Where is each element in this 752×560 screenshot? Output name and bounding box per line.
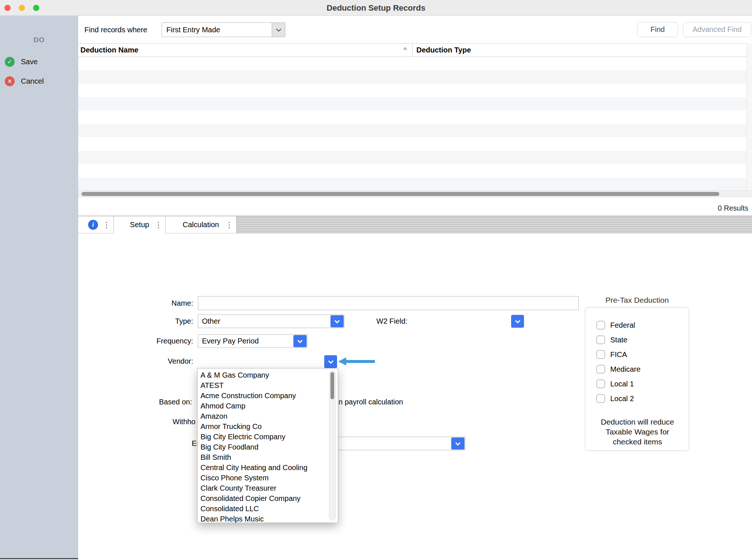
vendor-option[interactable]: Amazon: [198, 411, 338, 421]
pretax-note: Deduction will reduce Taxable Wages for …: [597, 417, 678, 447]
title-bar: Deduction Setup Records: [0, 0, 752, 16]
checkbox-label: Local 1: [610, 380, 634, 388]
vendor-option[interactable]: Consolidated Copier Company: [198, 493, 338, 503]
type-dropdown[interactable]: Other: [198, 314, 344, 328]
horizontal-scrollbar-track[interactable]: [78, 190, 752, 197]
vendor-option[interactable]: Central City Heating and Cooling: [198, 462, 338, 473]
sidebar-divider: [0, 558, 78, 559]
pretax-checkbox-row: Local 2: [596, 391, 686, 406]
tab-bar: i ⋮ Setup ⋮ Calculation ⋮: [78, 216, 752, 233]
frequency-dropdown[interactable]: Every Pay Period: [198, 334, 307, 348]
checkbox-label: FICA: [610, 350, 627, 359]
sidebar-header: DO: [0, 36, 78, 44]
pointer-arrow-icon: [337, 357, 376, 366]
checkbox[interactable]: [596, 350, 605, 359]
vendor-option[interactable]: Bill Smith: [198, 452, 338, 462]
record-info-cell: i ⋮: [78, 216, 114, 233]
pretax-title: Pre-Tax Deduction: [585, 296, 689, 305]
tab-setup[interactable]: Setup ⋮: [114, 216, 166, 233]
employer-dropdown-button[interactable]: [451, 437, 464, 450]
checkbox-label: State: [610, 336, 628, 344]
horizontal-scrollbar-thumb[interactable]: [82, 192, 719, 196]
column-divider: [412, 44, 413, 57]
w2-field-dropdown-button[interactable]: [511, 315, 524, 328]
pretax-checkbox-row: FICA: [596, 347, 686, 362]
vertical-scrollbar-track[interactable]: [746, 43, 752, 191]
info-icon[interactable]: i: [88, 220, 98, 230]
table-row: [78, 70, 752, 84]
drag-handle-icon[interactable]: ⋮: [155, 216, 162, 233]
save-button[interactable]: ✓ Save: [0, 56, 78, 68]
vendor-option[interactable]: Armor Trucking Co: [198, 421, 338, 432]
find-records-where-label: Find records where: [84, 22, 147, 37]
vendor-option[interactable]: Acme Construction Company: [198, 390, 338, 401]
vendor-option[interactable]: Cisco Phone System: [198, 473, 338, 483]
vendor-dropdown-button[interactable]: [324, 355, 337, 368]
frequency-dropdown-button[interactable]: [293, 335, 307, 347]
type-label: Type:: [120, 314, 193, 328]
pretax-checkbox-row: State: [596, 332, 686, 347]
chevron-down-icon: [276, 26, 281, 32]
checkbox-label: Federal: [610, 321, 635, 330]
chevron-down-icon: [335, 318, 340, 323]
vendor-option[interactable]: Clark County Treasurer: [198, 483, 338, 493]
pretax-checkbox-row: Medicare: [596, 362, 686, 377]
cancel-button[interactable]: ✕ Cancel: [0, 76, 78, 87]
find-button[interactable]: Find: [637, 22, 678, 37]
cancel-label: Cancel: [21, 76, 44, 86]
vendor-option[interactable]: Dean Phelps Music: [198, 514, 338, 524]
results-count: 0 Results: [718, 204, 748, 212]
checkbox-label: Medicare: [610, 365, 640, 374]
table-row: [78, 137, 752, 151]
pretax-checkbox-row: Local 1: [596, 377, 686, 391]
sort-ascending-icon[interactable]: ^: [404, 44, 407, 56]
checkbox[interactable]: [596, 379, 605, 388]
advanced-find-button[interactable]: Advanced Find: [683, 22, 751, 37]
table-row: [78, 110, 752, 124]
vendor-option[interactable]: A & M Gas Company: [198, 370, 338, 380]
popup-scrollbar-thumb[interactable]: [330, 372, 334, 399]
checkbox[interactable]: [596, 321, 605, 330]
vendor-option[interactable]: ATEST: [198, 380, 338, 390]
tab-calculation[interactable]: Calculation ⋮: [166, 216, 236, 233]
w2-field-label: W2 Field:: [376, 314, 407, 328]
table-row: [78, 178, 752, 191]
vendor-dropdown-list: A & M Gas CompanyATESTAcme Construction …: [197, 368, 338, 523]
pretax-panel: Federal State FICA Medicare Local 1: [585, 307, 689, 451]
table-row: [78, 97, 752, 111]
results-table-body: [78, 57, 752, 191]
vendor-option[interactable]: Ahmod Camp: [198, 401, 338, 411]
vendor-option[interactable]: Big City Foodland: [198, 442, 338, 452]
drag-handle-icon[interactable]: ⋮: [225, 216, 233, 233]
column-header-deduction-type[interactable]: Deduction Type: [416, 44, 471, 57]
table-row: [78, 164, 752, 178]
chevron-down-icon: [328, 359, 333, 364]
vendor-option[interactable]: Big City Electric Company: [198, 432, 338, 442]
column-header-deduction-name[interactable]: Deduction Name: [80, 44, 138, 57]
pretax-checkbox-row: Federal: [596, 318, 686, 332]
vendor-option[interactable]: Consolidated LLC: [198, 503, 338, 514]
frequency-label: Frequency:: [120, 334, 193, 348]
save-label: Save: [21, 57, 38, 67]
drag-handle-icon[interactable]: ⋮: [103, 216, 111, 233]
table-row: [78, 124, 752, 138]
withholding-label: Withho: [173, 415, 195, 429]
find-field-value: First Entry Made: [166, 23, 220, 37]
dropdown-grip: [272, 23, 285, 37]
popup-scrollbar-track[interactable]: [329, 371, 336, 520]
type-dropdown-button[interactable]: [330, 315, 344, 327]
checkbox[interactable]: [596, 365, 605, 374]
find-field-dropdown[interactable]: First Entry Made: [162, 22, 285, 37]
vendor-options: A & M Gas CompanyATESTAcme Construction …: [198, 368, 338, 524]
based-on-text: n payroll calculation: [339, 395, 403, 409]
pretax-checkbox-list: Federal State FICA Medicare Local 1: [596, 318, 686, 406]
checkbox-label: Local 2: [610, 394, 634, 403]
chevron-down-icon: [515, 318, 520, 323]
name-input[interactable]: [198, 296, 579, 310]
name-label: Name:: [120, 296, 193, 310]
checkbox[interactable]: [596, 335, 605, 344]
checkbox[interactable]: [596, 394, 605, 403]
sidebar: DO ✓ Save ✕ Cancel « Collapse: [0, 16, 78, 560]
based-on-label: Based on:: [119, 395, 192, 409]
check-circle-icon: ✓: [5, 57, 15, 67]
